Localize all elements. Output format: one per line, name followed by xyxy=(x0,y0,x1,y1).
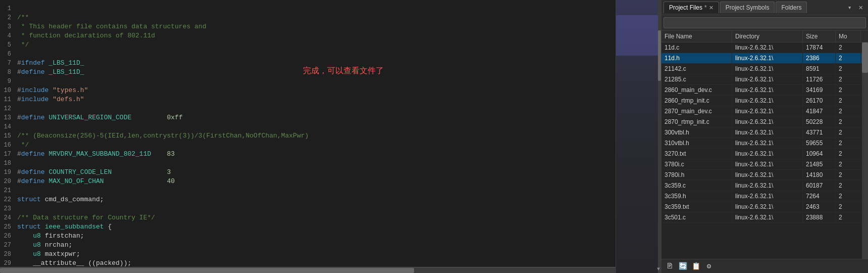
cell-size: 21485 xyxy=(803,159,836,169)
cell-filename: 3c501.c xyxy=(661,212,732,222)
cell-directory: linux-2.6.32.1\ xyxy=(732,42,803,53)
cell-filename: 2870_main_dev.c xyxy=(661,106,732,116)
table-row[interactable]: 21285.c linux-2.6.32.1\ 11726 2 xyxy=(661,74,868,85)
table-row[interactable]: 3780i.c linux-2.6.32.1\ 21485 2 xyxy=(661,159,868,170)
cell-directory: linux-2.6.32.1\ xyxy=(732,212,803,222)
cell-filename: 2860_main_dev.c xyxy=(661,85,732,95)
table-row[interactable]: 11d.h linux-2.6.32.1\ 2386 2 xyxy=(661,53,868,64)
minimap-scrollbar-thumb[interactable] xyxy=(658,30,661,81)
cell-directory: linux-2.6.32.1\ xyxy=(732,170,803,180)
file-table-header: File Name Directory Size Mo xyxy=(661,31,868,42)
tab-folders-label: Folders xyxy=(781,4,801,11)
cell-mo: 2 xyxy=(836,212,861,222)
tab-folders[interactable]: Folders xyxy=(776,2,807,13)
toolbar-icon-sync[interactable]: 🔄 xyxy=(678,261,688,271)
table-row[interactable]: 2860_rtmp_init.c linux-2.6.32.1\ 26170 2 xyxy=(661,96,868,106)
cell-size: 7264 xyxy=(803,191,836,201)
col-mo: Mo xyxy=(836,31,861,42)
cell-filename: 310vtbl.h xyxy=(661,138,732,148)
tab-project-files-modified: * xyxy=(704,4,707,11)
code-content: 12345 678910 1112131415 1617181920 21222… xyxy=(0,0,616,267)
table-row[interactable]: 2870_rtmp_init.c linux-2.6.32.1\ 50228 2 xyxy=(661,117,868,127)
cell-mo: 2 xyxy=(836,96,861,106)
cell-mo: 2 xyxy=(836,170,861,180)
cell-directory: linux-2.6.32.1\ xyxy=(732,53,803,63)
cell-filename: 3270.txt xyxy=(661,149,732,159)
cell-filename: 21142.c xyxy=(661,64,732,74)
cell-filename: 2870_rtmp_init.c xyxy=(661,117,732,127)
col-filename: File Name xyxy=(661,31,732,42)
toolbar-icon-settings[interactable]: ⚙ xyxy=(704,261,714,271)
cell-size: 14180 xyxy=(803,170,836,180)
cell-filename: 11d.c xyxy=(661,42,732,53)
cell-mo: 2 xyxy=(836,159,861,169)
col-size: Size xyxy=(803,31,836,42)
cell-size: 10964 xyxy=(803,149,836,159)
toolbar-icon-copy[interactable]: 📋 xyxy=(691,261,701,271)
table-row[interactable]: 3780i.h linux-2.6.32.1\ 14180 2 xyxy=(661,170,868,180)
tab-project-files[interactable]: Project Files* ✕ xyxy=(663,2,719,13)
table-row[interactable]: 3c359.txt linux-2.6.32.1\ 2463 2 xyxy=(661,202,868,212)
table-row[interactable]: 11d.c linux-2.6.32.1\ 17874 2 xyxy=(661,42,868,53)
cell-directory: linux-2.6.32.1\ xyxy=(732,106,803,116)
cell-mo: 2 xyxy=(836,53,861,63)
horizontal-scrollbar[interactable] xyxy=(0,267,616,273)
toolbar-icon-refresh[interactable]: 🖹 xyxy=(665,261,675,271)
cell-mo: 2 xyxy=(836,85,861,95)
horizontal-scrollbar-thumb[interactable] xyxy=(0,268,414,273)
table-row[interactable]: 21142.c linux-2.6.32.1\ 8591 2 xyxy=(661,64,868,74)
table-row[interactable]: 3c359.h linux-2.6.32.1\ 7264 2 xyxy=(661,191,868,202)
cell-size: 43771 xyxy=(803,127,836,138)
file-table-scrollbar[interactable] xyxy=(862,42,868,259)
table-row[interactable]: 2860_main_dev.c linux-2.6.32.1\ 34169 2 xyxy=(661,85,868,96)
panel-tabs-dropdown[interactable]: ▾ xyxy=(845,3,855,13)
file-table-scrollbar-thumb[interactable] xyxy=(862,42,868,73)
cell-size: 50228 xyxy=(803,117,836,127)
tab-project-files-close[interactable]: ✕ xyxy=(709,5,713,11)
table-row[interactable]: 3c359.c linux-2.6.32.1\ 60187 2 xyxy=(661,180,868,191)
code-editor: 12345 678910 1112131415 1617181920 21222… xyxy=(0,0,616,273)
cell-size: 2386 xyxy=(803,53,836,63)
cell-size: 2463 xyxy=(803,202,836,212)
cell-directory: linux-2.6.32.1\ xyxy=(732,138,803,148)
cell-filename: 3c359.c xyxy=(661,180,732,191)
cell-size: 59655 xyxy=(803,138,836,148)
table-row[interactable]: 300vtbl.h linux-2.6.32.1\ 43771 2 xyxy=(661,127,868,138)
minimap: ▼ xyxy=(616,0,661,273)
cell-filename: 21285.c xyxy=(661,74,732,84)
table-row[interactable]: 310vtbl.h linux-2.6.32.1\ 59655 2 xyxy=(661,138,868,149)
tab-project-symbols[interactable]: Project Symbols xyxy=(720,2,775,13)
cell-size: 60187 xyxy=(803,180,836,191)
cell-size: 11726 xyxy=(803,74,836,84)
table-row[interactable]: 2870_main_dev.c linux-2.6.32.1\ 41847 2 xyxy=(661,106,868,117)
minimap-scrollbar[interactable] xyxy=(658,0,661,273)
minimap-arrow-down: ▼ xyxy=(657,266,660,272)
table-row[interactable]: 3270.txt linux-2.6.32.1\ 10964 2 xyxy=(661,149,868,159)
cell-mo: 2 xyxy=(836,117,861,127)
cell-filename: 3c359.txt xyxy=(661,202,732,212)
cell-size: 41847 xyxy=(803,106,836,116)
cell-size: 26170 xyxy=(803,96,836,106)
cell-filename: 3c359.h xyxy=(661,191,732,201)
cell-mo: 2 xyxy=(836,74,861,84)
cell-mo: 2 xyxy=(836,127,861,138)
cell-directory: linux-2.6.32.1\ xyxy=(732,117,803,127)
file-search-input[interactable] xyxy=(663,17,866,28)
cell-directory: linux-2.6.32.1\ xyxy=(732,180,803,191)
cell-size: 8591 xyxy=(803,64,836,74)
panel-close-button[interactable]: ✕ xyxy=(856,2,866,13)
cell-filename: 2860_rtmp_init.c xyxy=(661,96,732,106)
cell-filename: 3780i.c xyxy=(661,159,732,169)
cell-directory: linux-2.6.32.1\ xyxy=(732,149,803,159)
cell-directory: linux-2.6.32.1\ xyxy=(732,159,803,169)
table-row[interactable]: 3c501.c linux-2.6.32.1\ 23888 2 xyxy=(661,212,868,223)
code-text-block: /** * This header file contains data str… xyxy=(15,4,616,263)
cell-mo: 2 xyxy=(836,191,861,201)
cell-size: 17874 xyxy=(803,42,836,53)
cell-mo: 2 xyxy=(836,202,861,212)
tab-project-symbols-label: Project Symbols xyxy=(726,4,770,11)
cell-filename: 11d.h xyxy=(661,53,732,63)
cell-mo: 2 xyxy=(836,106,861,116)
cell-directory: linux-2.6.32.1\ xyxy=(732,85,803,95)
panel-toolbar: 🖹 🔄 📋 ⚙ xyxy=(661,259,868,273)
